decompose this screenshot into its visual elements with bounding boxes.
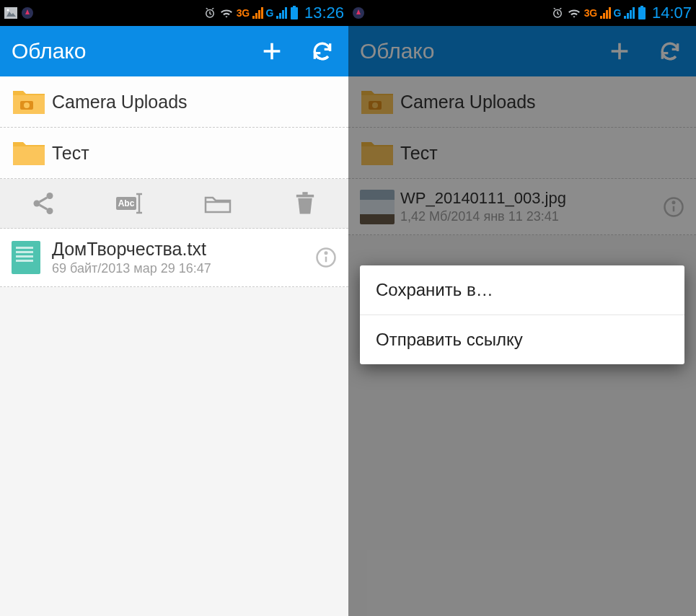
folder-name: Тест — [52, 143, 89, 164]
svg-point-8 — [24, 102, 30, 108]
file-name: ДомТворчества.txt — [52, 239, 211, 260]
refresh-button[interactable] — [308, 37, 337, 66]
svg-point-9 — [34, 201, 40, 207]
folder-name: Camera Uploads — [52, 92, 188, 113]
empty-area — [0, 287, 348, 616]
status-bar: 3G G 13:26 — [0, 0, 348, 26]
folder-row[interactable]: Camera Uploads — [0, 76, 348, 128]
share-button[interactable] — [0, 179, 87, 228]
signal-bars-icon — [252, 7, 263, 19]
svg-rect-18 — [638, 7, 646, 19]
clock-time: 14:07 — [652, 4, 692, 22]
gallery-icon — [4, 7, 17, 19]
network-g-label: G — [266, 7, 273, 19]
popup-send-link-option[interactable]: Отправить ссылку — [360, 315, 684, 364]
info-button[interactable] — [315, 247, 337, 268]
clock-time: 13:26 — [304, 4, 344, 22]
svg-rect-0 — [4, 7, 17, 19]
network-3g-label: 3G — [584, 7, 597, 19]
alarm-icon — [203, 6, 216, 19]
app-badge-icon — [22, 7, 33, 19]
add-button[interactable] — [257, 37, 286, 66]
delete-button[interactable] — [261, 179, 348, 228]
svg-point-2 — [7, 9, 9, 12]
status-bar: 3G G 14:07 — [348, 0, 696, 26]
svg-point-15 — [325, 252, 327, 255]
move-button[interactable] — [175, 179, 262, 228]
svg-point-11 — [47, 208, 53, 214]
file-metadata: 69 байт/2013 мар 29 16:47 — [52, 261, 211, 276]
alarm-icon — [551, 6, 564, 19]
svg-rect-5 — [291, 7, 298, 19]
folder-icon — [12, 138, 52, 168]
wifi-icon — [567, 7, 581, 19]
app-title: Облако — [12, 39, 87, 63]
wifi-icon — [219, 7, 234, 19]
network-g-label: G — [614, 7, 621, 19]
signal-bars-icon — [624, 7, 635, 19]
app-bar: Облако — [0, 26, 348, 76]
popup-save-option[interactable]: Сохранить в… — [360, 265, 684, 315]
svg-rect-6 — [293, 6, 296, 7]
share-popup: Сохранить в… Отправить ссылку — [360, 265, 684, 364]
signal-bars-icon — [600, 7, 611, 19]
context-action-bar: Abc — [0, 179, 348, 229]
rename-button[interactable]: Abc — [87, 179, 175, 228]
svg-rect-19 — [640, 6, 643, 7]
text-file-icon — [12, 241, 52, 274]
signal-bars-icon — [276, 7, 287, 19]
screenshot-left: 3G G 13:26 Облако Camera Uploads — [0, 0, 348, 616]
app-badge-icon — [353, 7, 364, 19]
battery-icon — [638, 6, 646, 20]
file-list: Camera Uploads Тест Abc До — [0, 76, 348, 287]
file-row[interactable]: ДомТворчества.txt 69 байт/2013 мар 29 16… — [0, 229, 348, 287]
folder-camera-icon — [12, 87, 52, 117]
network-3g-label: 3G — [237, 7, 250, 19]
screenshot-right: 3G G 14:07 Облако — [348, 0, 696, 616]
folder-row[interactable]: Тест — [0, 128, 348, 179]
battery-icon — [290, 6, 299, 20]
svg-text:Abc: Abc — [118, 198, 135, 208]
svg-point-10 — [47, 193, 53, 199]
